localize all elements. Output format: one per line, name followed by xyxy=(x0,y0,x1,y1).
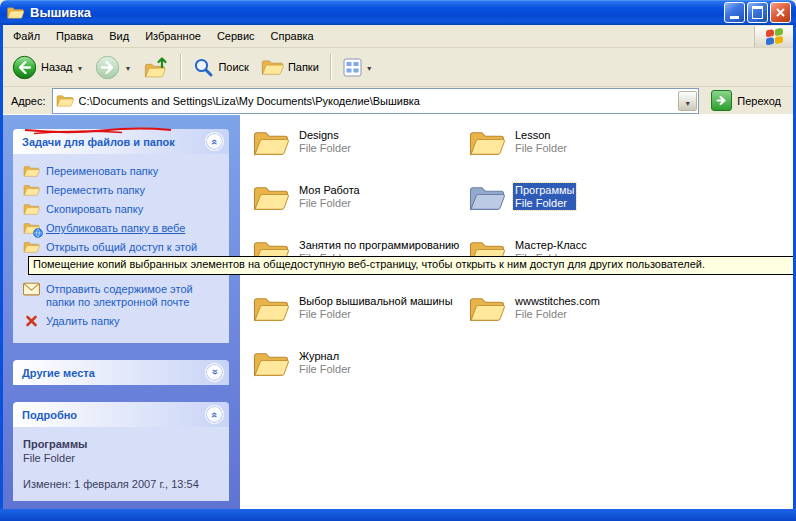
file-item-vybor-mashiny[interactable]: Выбор вышивальной машины File Folder xyxy=(252,293,453,324)
file-name: Designs xyxy=(299,128,351,142)
file-folder-tasks-box: Задачи для файлов и папок Переименовать … xyxy=(13,129,229,343)
back-button[interactable]: Назад xyxy=(7,52,88,83)
menu-edit[interactable]: Правка xyxy=(48,27,101,45)
maximize-button[interactable] xyxy=(747,2,768,23)
address-input[interactable]: C:\Documents and Settings\Liza\My Docume… xyxy=(52,88,700,114)
window-folder-icon xyxy=(6,5,25,20)
chevron-down-icon xyxy=(684,92,691,110)
collapse-chevron-icon[interactable] xyxy=(205,132,224,151)
file-item-wwwstitches[interactable]: wwwstitches.com File Folder xyxy=(468,293,600,324)
file-name: Журнал xyxy=(299,349,351,363)
file-type: File Folder xyxy=(299,197,360,210)
menu-view[interactable]: Вид xyxy=(101,27,137,45)
other-places-title: Другие места xyxy=(22,367,95,379)
task-share-folder[interactable]: Открыть общий доступ к этой xyxy=(23,240,223,254)
folder-icon xyxy=(252,293,290,324)
folder-up-icon xyxy=(143,55,169,79)
standard-buttons-toolbar: Назад xyxy=(3,48,793,87)
file-item-programmy[interactable]: Программы File Folder xyxy=(468,182,576,213)
file-item-lesson[interactable]: Lesson File Folder xyxy=(468,127,567,158)
task-label: Отправить содержимое этой папки по элект… xyxy=(46,282,223,309)
details-title: Подробно xyxy=(22,409,77,421)
copy-folder-icon xyxy=(23,202,40,216)
views-button[interactable] xyxy=(338,55,378,80)
task-label: Удалить папку xyxy=(46,314,120,328)
close-button[interactable] xyxy=(770,2,791,23)
red-underline-annotation xyxy=(22,127,174,135)
task-publish-folder-web[interactable]: Опубликовать папку в вебе xyxy=(23,221,223,235)
up-button[interactable] xyxy=(138,52,174,82)
file-type: File Folder xyxy=(515,308,600,321)
task-delete-folder[interactable]: Удалить папку xyxy=(23,314,223,328)
windows-flag-icon xyxy=(766,27,783,44)
address-path: C:\Documents and Settings\Liza\My Docume… xyxy=(79,95,674,107)
details-item-type: File Folder xyxy=(23,451,223,465)
file-type: File Folder xyxy=(515,197,574,210)
go-arrow-icon xyxy=(711,90,732,111)
maximize-icon xyxy=(752,6,763,19)
task-email-folder[interactable]: Отправить содержимое этой папки по элект… xyxy=(23,282,223,309)
file-name: Мастер-Класс xyxy=(515,238,587,252)
folder-icon xyxy=(252,182,290,213)
go-label: Переход xyxy=(737,95,781,107)
forward-dropdown-icon xyxy=(124,61,131,73)
expand-chevron-icon[interactable] xyxy=(205,363,224,382)
back-label: Назад xyxy=(41,61,73,73)
menu-help[interactable]: Справка xyxy=(263,27,322,45)
details-header[interactable]: Подробно xyxy=(13,402,229,427)
toolbar-separator xyxy=(180,54,182,80)
file-name: Моя Работа xyxy=(299,183,360,197)
folder-icon-selected xyxy=(468,182,506,213)
task-label: Переместить папку xyxy=(46,183,145,197)
tooltip: Помещение копий выбранных элементов на о… xyxy=(28,256,796,275)
go-button[interactable]: Переход xyxy=(705,88,787,113)
file-item-designs[interactable]: Designs File Folder xyxy=(252,127,351,158)
folders-icon xyxy=(261,57,284,77)
folder-icon xyxy=(468,127,506,158)
other-places-box: Другие места xyxy=(13,360,229,385)
views-dropdown-icon xyxy=(366,61,373,73)
address-bar: Адрес: C:\Documents and Settings\Liza\My… xyxy=(3,87,793,115)
task-move-folder[interactable]: Переместить папку xyxy=(23,183,223,197)
move-folder-icon xyxy=(23,183,40,197)
address-dropdown-button[interactable] xyxy=(678,91,697,111)
minimize-icon xyxy=(730,16,739,19)
minimize-button[interactable] xyxy=(724,2,745,23)
task-copy-folder[interactable]: Скопировать папку xyxy=(23,202,223,216)
details-item-name: Программы xyxy=(23,437,223,451)
search-button[interactable]: Поиск xyxy=(188,54,253,81)
task-label: Опубликовать папку в вебе xyxy=(46,221,185,235)
address-folder-icon xyxy=(56,93,74,108)
toolbar-separator xyxy=(330,54,332,80)
menu-favorites[interactable]: Избранное xyxy=(137,27,209,45)
folders-label: Папки xyxy=(288,61,319,73)
file-item-zhurnal[interactable]: Журнал File Folder xyxy=(252,348,351,379)
title-bar: Вышивка xyxy=(0,0,796,25)
file-item-moya-rabota[interactable]: Моя Работа File Folder xyxy=(252,182,360,213)
forward-button[interactable] xyxy=(90,52,136,83)
file-name: Программы xyxy=(515,183,574,197)
file-folder-tasks-body: Переименовать папку Переместить папку Ск… xyxy=(13,154,229,343)
collapse-chevron-icon[interactable] xyxy=(205,405,224,424)
address-label: Адрес: xyxy=(11,95,46,107)
details-box: Подробно Программы File Folder Изменен: … xyxy=(13,402,229,501)
file-type: File Folder xyxy=(299,363,351,376)
menu-file[interactable]: Файл xyxy=(5,27,48,45)
share-folder-icon xyxy=(23,240,40,254)
folder-icon xyxy=(252,348,290,379)
folders-button[interactable]: Папки xyxy=(256,54,324,80)
back-dropdown-icon xyxy=(77,61,84,73)
file-type: File Folder xyxy=(299,308,453,321)
task-rename-folder[interactable]: Переименовать папку xyxy=(23,164,223,178)
file-list-area[interactable]: Designs File Folder Lesson File Folder М… xyxy=(240,115,793,509)
rename-folder-icon xyxy=(23,164,40,178)
views-icon xyxy=(343,58,362,77)
folder-icon xyxy=(468,293,506,324)
forward-icon xyxy=(95,55,120,80)
search-label: Поиск xyxy=(218,61,248,73)
task-pane: Задачи для файлов и папок Переименовать … xyxy=(3,115,240,509)
folder-icon xyxy=(252,127,290,158)
other-places-header[interactable]: Другие места xyxy=(13,360,229,385)
email-icon xyxy=(23,282,40,296)
menu-tools[interactable]: Сервис xyxy=(209,27,263,45)
